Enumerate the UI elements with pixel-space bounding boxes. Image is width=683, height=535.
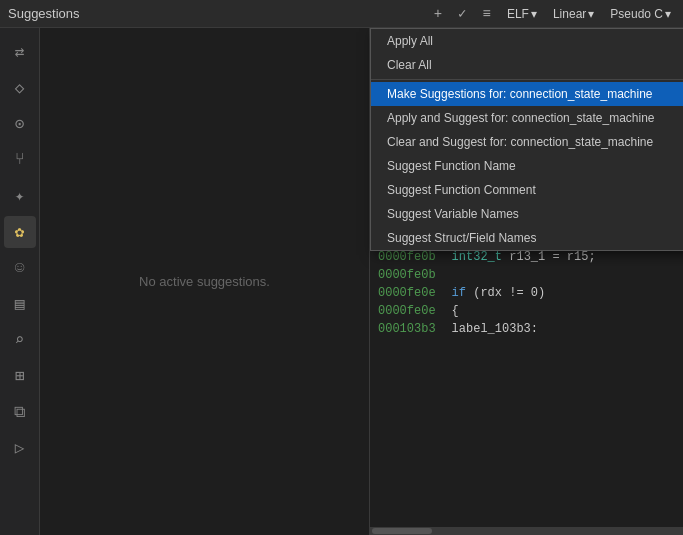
robot-icon[interactable]: ☺ — [4, 252, 36, 284]
book-icon[interactable]: ▤ — [4, 288, 36, 320]
no-suggestions-label: No active suggestions. — [139, 274, 270, 289]
line-number: 0000fe0b — [378, 266, 436, 284]
menu-item-suggest-variable-names[interactable]: Suggest Variable Names — [371, 202, 683, 226]
sidebar: ⇄ ◇ ⊙ ⑂ ✦ ✿ ☺ ▤ ⌕ ⊞ ⧉ ▷ — [0, 28, 40, 535]
menu-item-apply-suggest[interactable]: Apply and Suggest for: connection_state_… — [371, 106, 683, 130]
menu-item-suggest-function-comment[interactable]: Suggest Function Comment — [371, 178, 683, 202]
person-icon[interactable]: ⊙ — [4, 108, 36, 140]
branch-icon[interactable]: ⑂ — [4, 144, 36, 176]
code-line: if (rdx != 0) — [452, 284, 675, 302]
menu-button[interactable]: ≡ — [479, 4, 495, 24]
toolbar: Suggestions + ✓ ≡ ELF ▾ Linear ▾ Pseudo … — [0, 0, 683, 28]
line-number: 0000fe0e — [378, 302, 436, 320]
main-content: ⇄ ◇ ⊙ ⑂ ✦ ✿ ☺ ▤ ⌕ ⊞ ⧉ ▷ No active sugges… — [0, 28, 683, 535]
suggestions-panel: No active suggestions. Apply AllClear Al… — [40, 28, 370, 535]
menu-item-clear-all[interactable]: Clear All — [371, 53, 683, 77]
add-button[interactable]: + — [430, 4, 446, 24]
menu-item-apply-all[interactable]: Apply All — [371, 29, 683, 53]
horizontal-scrollbar[interactable] — [370, 527, 683, 535]
menu-item-make-suggestions[interactable]: Make Suggestions for: connection_state_m… — [371, 82, 683, 106]
toolbar-title: Suggestions — [8, 6, 422, 21]
code-line — [452, 266, 675, 284]
code-line: { — [452, 302, 675, 320]
tag-icon[interactable]: ◇ — [4, 72, 36, 104]
menu-item-suggest-function-name[interactable]: Suggest Function Name — [371, 154, 683, 178]
arrows-icon[interactable]: ⇄ — [4, 36, 36, 68]
layers-icon[interactable]: ⧉ — [4, 396, 36, 428]
dropdown-menu: Apply AllClear AllMake Suggestions for: … — [370, 28, 683, 251]
line-number: 000103b3 — [378, 320, 436, 338]
linear-dropdown[interactable]: Linear ▾ — [549, 5, 598, 23]
pseudoc-dropdown[interactable]: Pseudo C ▾ — [606, 5, 675, 23]
line-number: 0000fe0e — [378, 284, 436, 302]
terminal-icon[interactable]: ▷ — [4, 432, 36, 464]
grid-icon[interactable]: ⊞ — [4, 360, 36, 392]
elf-dropdown[interactable]: ELF ▾ — [503, 5, 541, 23]
search-icon[interactable]: ⌕ — [4, 324, 36, 356]
menu-item-suggest-struct-field[interactable]: Suggest Struct/Field Names — [371, 226, 683, 250]
menu-item-clear-suggest[interactable]: Clear and Suggest for: connection_state_… — [371, 130, 683, 154]
bulb-icon[interactable]: ✿ — [4, 216, 36, 248]
menu-separator — [371, 79, 683, 80]
scrollbar-thumb[interactable] — [372, 528, 432, 534]
check-button[interactable]: ✓ — [454, 3, 470, 24]
bug-icon[interactable]: ✦ — [4, 180, 36, 212]
code-line: label_103b3: — [452, 320, 675, 338]
